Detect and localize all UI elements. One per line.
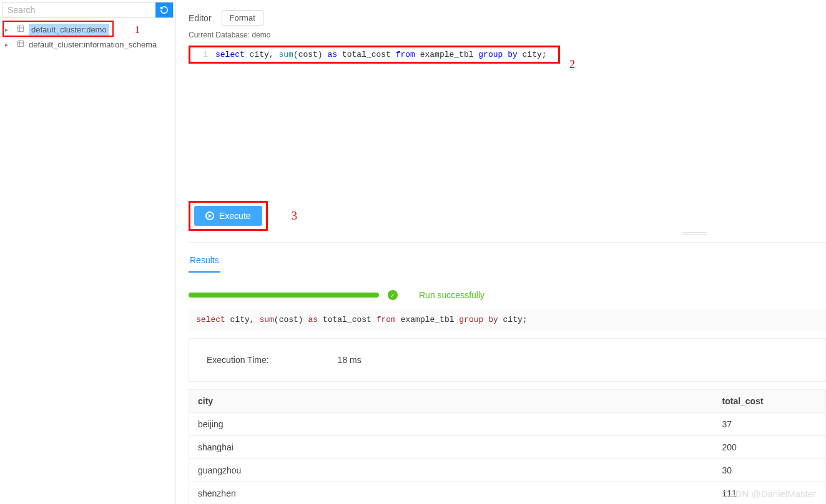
search-row [2,2,174,18]
annotation-label-1: 1 [135,24,140,36]
line-number: 1 [194,50,208,59]
tab-results[interactable]: Results [189,251,220,273]
annotation-label-2: 2 [569,58,575,71]
execution-time-box: Execution Time: 18 ms [189,338,826,382]
refresh-icon [160,6,169,14]
cell-city: guangzhou [189,459,714,482]
cell-city: shanghai [189,436,714,459]
cell-total-cost: 200 [714,436,826,459]
refresh-button[interactable] [155,2,173,17]
table-row: beijing37 [189,413,826,436]
database-tree: 1 ▸ default_cluster:demo ▸ default_clust… [0,18,175,52]
annotation-box-3: Execute [189,201,268,231]
cell-total-cost: 111 [714,482,826,505]
svg-rect-0 [17,26,23,31]
svg-rect-3 [17,41,23,46]
tree-item-label: default_cluster:demo [29,24,109,36]
exec-time-value: 18 ms [338,355,361,365]
drag-handle[interactable] [682,232,707,235]
execute-label: Execute [219,211,251,221]
results-table: city total_cost beijing37 shanghai200 gu… [189,389,826,504]
tree-item-label: default_cluster:information_schema [29,40,157,49]
tree-item-information-schema[interactable]: ▸ default_cluster:information_schema [0,37,175,52]
tree-item-demo[interactable]: 1 ▸ default_cluster:demo [0,22,175,37]
run-status-row: ✓ Run successfully [189,290,826,300]
cell-city: beijing [189,413,714,436]
caret-icon: ▸ [5,26,11,33]
search-input[interactable] [2,2,155,17]
database-icon [16,24,25,35]
play-icon [205,211,214,220]
caret-icon: ▸ [5,41,11,48]
execute-row: Execute 3 [189,201,826,231]
divider [189,242,826,243]
table-row: guangzhou30 [189,459,826,482]
sql-editor[interactable]: 1 select city, sum(cost) as total_cost f… [189,46,820,64]
table-header-row: city total_cost [189,390,826,413]
result-tabs: Results [189,251,826,273]
format-button[interactable]: Format [222,10,263,26]
current-database-label: Current Database: demo [189,31,826,39]
run-status-text: Run successfully [419,290,484,300]
col-city[interactable]: city [189,390,714,413]
cell-total-cost: 30 [714,459,826,482]
exec-time-label: Execution Time: [207,355,269,365]
execute-button[interactable]: Execute [194,206,262,226]
annotation-box-2: 1 select city, sum(cost) as total_cost f… [189,46,560,64]
code-line: 1 select city, sum(cost) as total_cost f… [194,50,554,59]
annotation-label-3: 3 [292,210,297,223]
col-total-cost[interactable]: total_cost [714,390,826,413]
table-row: shenzhen111 [189,482,826,505]
toolbar: Editor Format [189,10,826,26]
check-icon: ✓ [388,290,398,300]
table-row: shanghai200 [189,436,826,459]
sidebar: 1 ▸ default_cluster:demo ▸ default_clust… [0,0,176,504]
main-panel: Editor Format Current Database: demo 1 s… [176,0,826,504]
progress-bar [189,293,379,298]
query-echo: select city, sum(cost) as total_cost fro… [189,309,826,331]
cell-total-cost: 37 [714,413,826,436]
cell-city: shenzhen [189,482,714,505]
editor-label: Editor [189,13,212,23]
database-icon [16,39,25,50]
